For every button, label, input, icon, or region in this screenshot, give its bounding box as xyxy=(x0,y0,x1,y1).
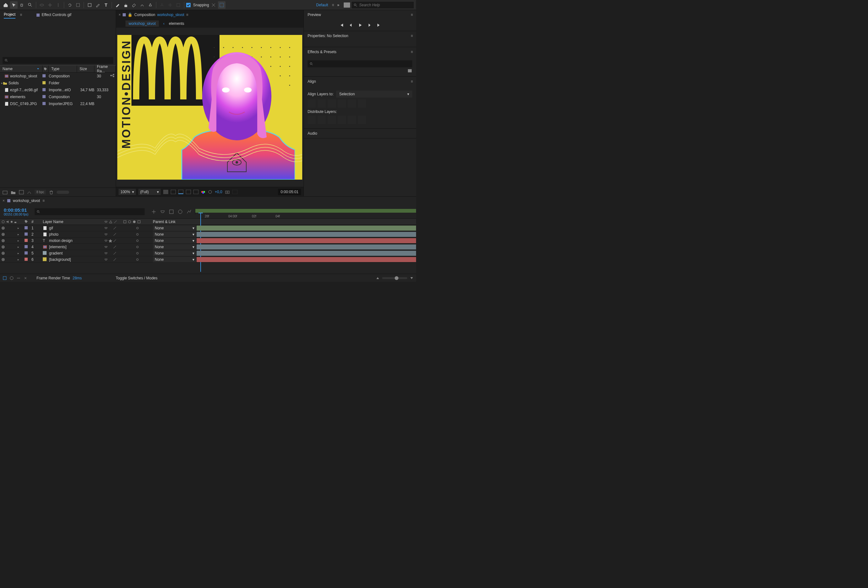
motion-blur-icon[interactable] xyxy=(177,209,183,214)
close-timeline-icon[interactable]: × xyxy=(3,198,5,203)
roto-tool-icon[interactable] xyxy=(138,1,146,9)
breadcrumb-back-icon[interactable]: ‹ xyxy=(163,21,164,26)
interpret-icon[interactable] xyxy=(3,190,7,194)
snap-edge-icon[interactable] xyxy=(210,1,217,9)
zoom-in-icon[interactable] xyxy=(410,276,413,280)
quality-layer-icon[interactable] xyxy=(112,226,117,230)
layer-tag[interactable] xyxy=(25,258,28,261)
tab-project[interactable]: Project xyxy=(4,11,15,19)
toggle-switches-icon[interactable] xyxy=(3,276,7,280)
pickwhip-icon[interactable] xyxy=(135,245,140,249)
item-tag[interactable] xyxy=(43,81,46,84)
align-top-icon[interactable] xyxy=(338,99,346,108)
col-framerate[interactable]: Frame Ra... xyxy=(94,65,116,72)
breadcrumb-next[interactable]: elements xyxy=(169,21,184,26)
camera-tool-icon[interactable] xyxy=(74,1,82,9)
video-col-icon[interactable] xyxy=(1,220,5,224)
shy-switch-icon[interactable] xyxy=(104,220,108,224)
search-help-box[interactable] xyxy=(351,1,414,9)
audio-col-icon[interactable] xyxy=(6,220,9,224)
shy-layer-icon[interactable] xyxy=(104,245,108,249)
dist-top-icon[interactable] xyxy=(308,116,316,124)
dist-right-icon[interactable] xyxy=(358,116,366,124)
prev-frame-icon[interactable] xyxy=(347,22,354,28)
timeline-layer[interactable]: ▸ 3 Tmotion design None▾ xyxy=(0,238,416,244)
item-tag[interactable] xyxy=(43,88,46,91)
frame-blend-switch-icon[interactable] xyxy=(123,220,127,224)
layer-bar[interactable] xyxy=(196,257,416,262)
toggle-switches-button[interactable]: Toggle Switches / Modes xyxy=(116,276,158,280)
transparency-icon[interactable] xyxy=(163,190,168,194)
timeline-search[interactable] xyxy=(35,208,145,215)
visibility-icon[interactable] xyxy=(1,239,5,242)
quality-layer-icon[interactable] xyxy=(112,238,117,243)
zoom-slider[interactable] xyxy=(382,277,407,279)
pickwhip-icon[interactable] xyxy=(135,257,140,262)
twirl-icon[interactable]: ▸ xyxy=(18,258,19,261)
layer-tag[interactable] xyxy=(25,226,28,229)
zoom-dropdown[interactable]: 100%▾ xyxy=(118,189,136,195)
item-tag[interactable] xyxy=(43,95,46,98)
motion-blur-switch-icon[interactable] xyxy=(127,220,132,224)
channel-icon[interactable] xyxy=(201,190,205,194)
quality-switch-icon[interactable] xyxy=(113,220,118,224)
quality-layer-icon[interactable] xyxy=(112,245,117,249)
visibility-icon[interactable] xyxy=(1,245,5,249)
play-icon[interactable] xyxy=(357,22,363,28)
guides-icon[interactable] xyxy=(193,190,198,194)
layer-tag[interactable] xyxy=(25,239,28,242)
workspace-menu-icon[interactable]: ≡ xyxy=(332,3,334,7)
dist-bottom-icon[interactable] xyxy=(328,116,336,124)
align-left-icon[interactable] xyxy=(308,99,316,108)
parent-dropdown[interactable]: None▾ xyxy=(153,238,196,244)
folder-icon[interactable] xyxy=(11,190,16,194)
clone-tool-icon[interactable] xyxy=(122,1,130,9)
dist-left-icon[interactable] xyxy=(338,116,346,124)
align-to-dropdown[interactable]: Selection▾ xyxy=(336,91,412,98)
tl-icon3[interactable] xyxy=(16,276,21,280)
timeline-layer[interactable]: ▸ 1 gif None▾ xyxy=(0,225,416,231)
frame-blend-icon[interactable] xyxy=(168,209,174,214)
layer-bar[interactable] xyxy=(196,244,416,250)
properties-menu-icon[interactable]: ≡ xyxy=(411,34,412,38)
twirl-icon[interactable]: ▸ xyxy=(18,245,19,248)
project-menu-icon[interactable]: ≡ xyxy=(20,13,21,17)
quality-layer-icon[interactable] xyxy=(112,251,117,256)
align-right-icon[interactable] xyxy=(328,99,336,108)
layer-tag[interactable] xyxy=(25,251,28,254)
lock-col-icon[interactable] xyxy=(14,220,17,223)
adjust-icon[interactable] xyxy=(27,190,31,194)
tl-icon2[interactable] xyxy=(9,276,14,280)
quality-layer-icon[interactable] xyxy=(112,232,117,236)
snapping-toggle[interactable]: Snapping xyxy=(186,3,209,7)
preview-menu-icon[interactable]: ≡ xyxy=(411,13,412,17)
timeline-layer[interactable]: ▸ 6 [background] None▾ xyxy=(0,256,416,263)
timeline-layer[interactable]: ▸ 4 [elements] None▾ xyxy=(0,244,416,250)
align-vcenter-icon[interactable] xyxy=(348,99,356,108)
twirl-icon[interactable]: ▸ xyxy=(18,233,19,236)
workspace-dropdown[interactable]: Default xyxy=(316,3,328,7)
current-timecode[interactable]: 0:00:05:01 xyxy=(4,207,31,213)
collapse-icon[interactable] xyxy=(108,239,112,242)
item-tag[interactable] xyxy=(43,102,46,105)
parent-dropdown[interactable]: None▾ xyxy=(153,257,196,262)
item-tag[interactable] xyxy=(43,74,46,77)
project-search[interactable] xyxy=(3,57,113,64)
parent-dropdown[interactable]: None▾ xyxy=(153,232,196,237)
graph-editor-icon[interactable] xyxy=(186,209,192,214)
pen-tool-icon[interactable] xyxy=(94,1,102,9)
new-bin-icon[interactable] xyxy=(407,69,412,73)
tag-col-icon[interactable] xyxy=(25,220,28,223)
current-time[interactable]: 0:00:05:01 xyxy=(278,189,301,195)
col-size[interactable]: Size xyxy=(77,65,94,72)
visibility-icon[interactable] xyxy=(1,226,5,230)
project-item[interactable]: DSC_0749.JPG ImporterJPEG 22,4 MB xyxy=(0,100,116,107)
twirl-icon[interactable]: ▸ xyxy=(18,226,19,230)
twirl-icon[interactable]: ▸ xyxy=(18,252,19,255)
tab-effect-controls[interactable]: Effect Controls gif xyxy=(37,11,71,18)
close-tab-icon[interactable]: × xyxy=(118,13,121,17)
parent-dropdown[interactable]: None▾ xyxy=(153,225,196,231)
trash-icon[interactable] xyxy=(49,190,53,194)
align-menu-icon[interactable]: ≡ xyxy=(411,79,412,84)
snap-grid-icon[interactable] xyxy=(218,1,226,9)
